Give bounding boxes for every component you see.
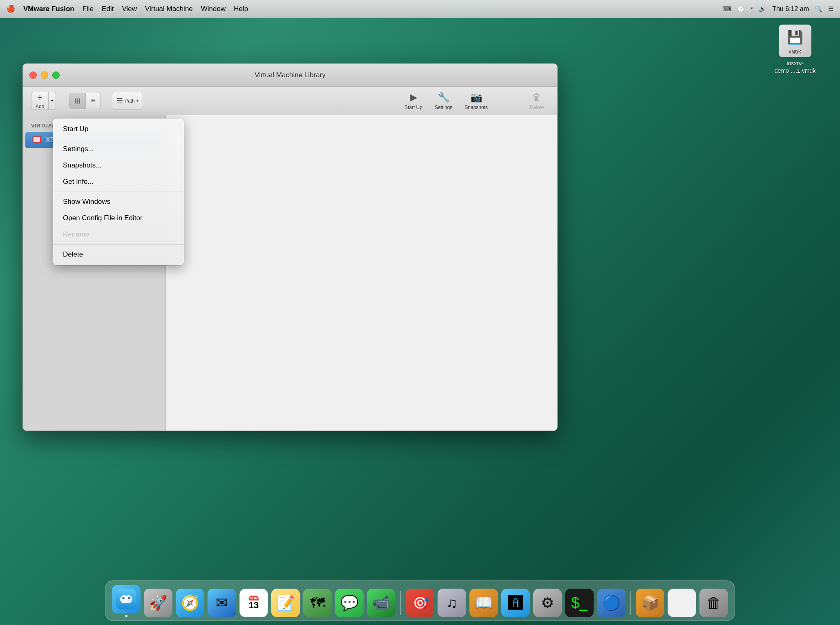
path-label: Path bbox=[125, 98, 135, 104]
dock-separator-2 bbox=[630, 591, 631, 615]
snapshots-icon: 📷 bbox=[470, 92, 483, 103]
context-menu-settings[interactable]: Settings... bbox=[53, 141, 184, 157]
menubar-vmware[interactable]: VMware Fusion bbox=[23, 5, 74, 13]
dock-books[interactable]: 📖 bbox=[469, 589, 498, 617]
notes-icon: 📝 bbox=[271, 589, 300, 617]
snapshots-label: Snapshots bbox=[465, 105, 488, 110]
view-grid-button[interactable]: ⊞ bbox=[69, 93, 86, 109]
rocket-icon: 🚀 bbox=[144, 589, 172, 617]
startup-button[interactable]: ▶ Start Up bbox=[400, 89, 427, 113]
dock-finder[interactable] bbox=[112, 585, 141, 617]
dock-terminal[interactable]: $_ bbox=[565, 589, 594, 617]
dock-facetime[interactable]: 📹 bbox=[367, 589, 395, 617]
context-menu-snapshots[interactable]: Snapshots... bbox=[53, 157, 184, 174]
path-button[interactable]: ☰ Path ▾ bbox=[112, 92, 143, 110]
context-menu-sep-2 bbox=[53, 192, 184, 192]
dock-safari[interactable]: 🧭 bbox=[176, 589, 204, 617]
dock-mail[interactable]: ✉ bbox=[208, 589, 236, 617]
main-content bbox=[166, 115, 557, 431]
terminal-icon: $_ bbox=[565, 589, 594, 617]
delete-icon: 🗑 bbox=[532, 92, 542, 103]
window-titlebar: Virtual Machine Library bbox=[23, 64, 557, 87]
dock-vagrant[interactable]: 📦 bbox=[636, 589, 664, 617]
svg-rect-1 bbox=[34, 137, 40, 142]
dock-separator-1 bbox=[400, 591, 401, 615]
context-menu-delete[interactable]: Delete bbox=[53, 246, 184, 263]
menubar-window[interactable]: Window bbox=[201, 5, 226, 13]
context-menu-openconfig[interactable]: Open Config File in Editor bbox=[53, 210, 184, 226]
dock-rocket[interactable]: 🚀 bbox=[144, 589, 172, 617]
context-menu-startup[interactable]: Start Up bbox=[53, 121, 184, 137]
window-title: Virtual Machine Library bbox=[255, 71, 326, 79]
menubar-file[interactable]: File bbox=[83, 5, 94, 13]
vmdk-icon: 💾 bbox=[779, 25, 811, 57]
finder-icon bbox=[112, 585, 141, 614]
menubar-edit[interactable]: Edit bbox=[102, 5, 114, 13]
facetime-icon: 📹 bbox=[367, 589, 395, 617]
svg-rect-2 bbox=[36, 143, 38, 144]
settings-icon: 🔧 bbox=[438, 92, 450, 103]
apple-menu[interactable]: 🍎 bbox=[7, 4, 15, 13]
svg-rect-3 bbox=[35, 144, 39, 144]
sdark-icon: 🔵 bbox=[597, 589, 626, 617]
dock-sdark[interactable]: 🔵 bbox=[597, 589, 626, 617]
dock-maps[interactable]: 🗺 bbox=[303, 589, 332, 617]
window-close-button[interactable] bbox=[29, 71, 37, 79]
sysprefs-icon: ⚙ bbox=[533, 589, 562, 617]
vmdk-desktop-icon[interactable]: 💾 iosxrv-demo-....1.vmdk bbox=[775, 25, 815, 74]
menubar-timemachine-icon: 🕑 bbox=[737, 5, 745, 13]
context-menu-sep-3 bbox=[53, 244, 184, 245]
context-menu: Start Up Settings... Snapshots... Get In… bbox=[53, 118, 184, 265]
add-button[interactable]: + Add ▾ bbox=[31, 92, 56, 110]
messages-icon: 💬 bbox=[335, 589, 364, 617]
dock-redapp[interactable]: 🎯 bbox=[406, 589, 434, 617]
finder-dot bbox=[125, 615, 127, 617]
vagrant-icon: 📦 bbox=[636, 589, 664, 617]
context-menu-sep-1 bbox=[53, 139, 184, 139]
appstore-icon: 🅰 bbox=[501, 589, 530, 617]
itunes-icon: ♫ bbox=[438, 589, 466, 617]
desktop: 🍎 VMware Fusion File Edit View Virtual M… bbox=[0, 0, 840, 625]
delete-button[interactable]: 🗑 Delete bbox=[525, 89, 549, 113]
startup-icon: ▶ bbox=[410, 92, 417, 103]
menubar-search-icon[interactable]: 🔍 bbox=[815, 5, 822, 13]
menubar-right: ⌨ 🕑 * 🔊 Thu 6:12 am 🔍 ☰ bbox=[722, 5, 833, 13]
maps-icon: 🗺 bbox=[303, 589, 332, 617]
svg-point-7 bbox=[122, 597, 125, 599]
context-menu-rename: Rename bbox=[53, 226, 184, 243]
dock-itunes[interactable]: ♫ bbox=[438, 589, 466, 617]
add-dropdown-arrow[interactable]: ▾ bbox=[48, 92, 56, 109]
startup-label: Start Up bbox=[404, 105, 422, 110]
settings-label: Settings bbox=[435, 105, 452, 110]
settings-button[interactable]: 🔧 Settings bbox=[431, 89, 456, 113]
dock-calendar[interactable]: SUN 13 bbox=[239, 589, 268, 617]
add-button-main: + Add bbox=[31, 91, 48, 111]
safari-icon: 🧭 bbox=[176, 589, 204, 617]
dock-notes[interactable]: 📝 bbox=[271, 589, 300, 617]
window-minimize-button[interactable] bbox=[41, 71, 48, 79]
context-menu-getinfo[interactable]: Get Info... bbox=[53, 174, 184, 190]
dock-trash[interactable]: 🗑 bbox=[699, 589, 728, 617]
dock-sysprefs[interactable]: ⚙ bbox=[533, 589, 562, 617]
view-list-button[interactable]: ≡ bbox=[86, 93, 100, 109]
menubar-virtual-machine[interactable]: Virtual Machine bbox=[145, 5, 193, 13]
trash-icon: 🗑 bbox=[699, 589, 728, 617]
dock-appstore[interactable]: 🅰 bbox=[501, 589, 530, 617]
menubar-help[interactable]: Help bbox=[234, 5, 248, 13]
vmdk-label: iosxrv-demo-....1.vmdk bbox=[775, 60, 815, 74]
vm-icon bbox=[32, 135, 42, 145]
view-toggle: ⊞ ≡ bbox=[69, 93, 101, 109]
redapp-icon: 🎯 bbox=[406, 589, 434, 617]
menubar-keyboard-icon: ⌨ bbox=[722, 5, 731, 13]
dock-messages[interactable]: 💬 bbox=[335, 589, 364, 617]
snapshots-button[interactable]: 📷 Snapshots bbox=[460, 89, 492, 113]
delete-label: Delete bbox=[530, 105, 544, 110]
dock-white[interactable] bbox=[668, 589, 696, 617]
menubar-clock: Thu 6:12 am bbox=[772, 5, 809, 13]
menubar-list-icon[interactable]: ☰ bbox=[828, 5, 833, 13]
menubar-view[interactable]: View bbox=[122, 5, 137, 13]
context-menu-showwindows[interactable]: Show Windows bbox=[53, 194, 184, 210]
window-maximize-button[interactable] bbox=[52, 71, 60, 79]
menubar-volume-icon: 🔊 bbox=[759, 5, 766, 13]
window-controls bbox=[29, 71, 60, 79]
